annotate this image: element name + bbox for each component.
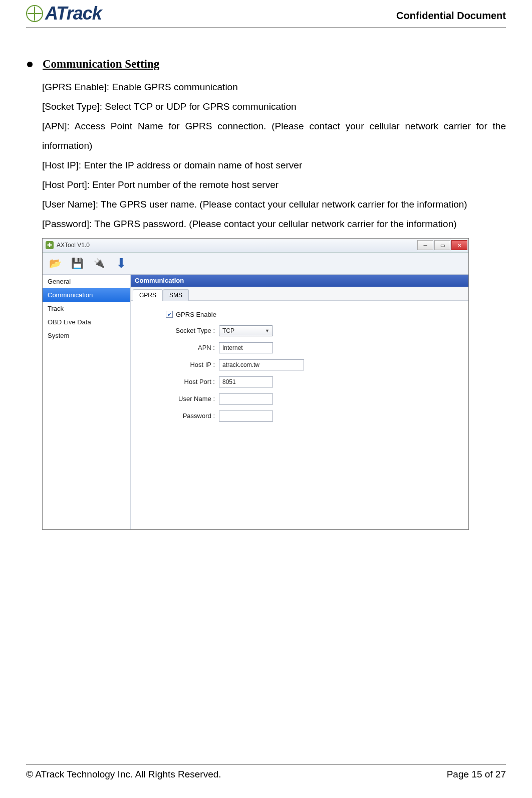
titlebar-left: ✚ AXTool V1.0	[46, 241, 90, 249]
desc-user-name: [User Name]: The GPRS user name. (Please…	[42, 195, 506, 215]
logo-text: ATrack	[45, 3, 102, 24]
section-title: Communication Setting	[43, 58, 159, 71]
desc-password: [Password]: The GPRS password. (Please c…	[42, 215, 506, 234]
open-folder-icon[interactable]: 📂	[48, 256, 63, 271]
section-heading-row: Communication Setting	[26, 58, 506, 71]
user-name-label: User Name :	[139, 395, 219, 403]
window-title: AXTool V1.0	[57, 242, 90, 249]
apn-row: APN : Internet	[139, 342, 460, 353]
subtabs: GPRS SMS	[131, 287, 468, 301]
host-port-label: Host Port :	[139, 378, 219, 385]
config-panel: Communication GPRS SMS ✔ GPRS Enable Soc…	[131, 275, 468, 529]
sidebar-item-system[interactable]: System	[43, 329, 130, 342]
page-footer: © ATrack Technology Inc. All Rights Rese…	[26, 764, 506, 780]
bullet-icon	[27, 62, 33, 67]
footer-copyright: © ATrack Technology Inc. All Rights Rese…	[26, 769, 221, 780]
main-area: General Communication Track OBD Live Dat…	[43, 275, 468, 529]
password-label: Password :	[139, 412, 219, 420]
page-header: ATrack Confidential Document	[26, 0, 506, 28]
desc-gprs-enable: [GPRS Enable]: Enable GPRS communication	[42, 78, 506, 97]
app-icon: ✚	[46, 241, 54, 249]
socket-type-label: Socket Type :	[139, 327, 219, 334]
sidebar-item-communication[interactable]: Communication	[43, 288, 130, 302]
host-port-input[interactable]: 8051	[219, 376, 273, 387]
form-area: ✔ GPRS Enable Socket Type : TCP ▼ APN : …	[131, 301, 468, 438]
tab-sms[interactable]: SMS	[163, 289, 189, 301]
desc-socket-type: [Socket Type]: Select TCP or UDP for GPR…	[42, 97, 506, 117]
host-ip-row: Host IP : atrack.com.tw	[139, 359, 460, 370]
user-name-input[interactable]	[219, 393, 273, 405]
desc-apn: [APN]: Access Point Name for GPRS connec…	[42, 117, 506, 156]
password-input[interactable]	[219, 411, 273, 422]
close-button[interactable]: ✕	[451, 240, 467, 250]
tab-gprs[interactable]: GPRS	[133, 289, 163, 301]
description-list: [GPRS Enable]: Enable GPRS communication…	[26, 78, 506, 234]
user-name-row: User Name :	[139, 393, 460, 405]
gprs-enable-label: GPRS Enable	[176, 311, 216, 318]
socket-type-dropdown[interactable]: TCP ▼	[219, 325, 273, 336]
desc-host-port: [Host Port]: Enter Port number of the re…	[42, 175, 506, 195]
panel-header: Communication	[131, 275, 468, 287]
apn-label: APN :	[139, 344, 219, 351]
sidebar-item-general[interactable]: General	[43, 275, 130, 288]
apn-input[interactable]: Internet	[219, 342, 273, 353]
logo-mark-icon	[26, 5, 43, 22]
maximize-button[interactable]: ▭	[434, 240, 450, 250]
sidebar-item-obd[interactable]: OBD Live Data	[43, 315, 130, 329]
sidebar: General Communication Track OBD Live Dat…	[43, 275, 131, 529]
socket-type-row: Socket Type : TCP ▼	[139, 325, 460, 336]
host-ip-input[interactable]: atrack.com.tw	[219, 359, 304, 370]
sidebar-item-track[interactable]: Track	[43, 302, 130, 315]
chevron-down-icon: ▼	[265, 328, 270, 333]
save-icon[interactable]: 💾	[70, 256, 85, 271]
app-window: ✚ AXTool V1.0 ─ ▭ ✕ 📂 💾 🔌 ⬇ General Comm…	[42, 238, 469, 530]
download-arrow-icon[interactable]: ⬇	[114, 256, 129, 271]
socket-type-value: TCP	[222, 327, 234, 334]
window-controls: ─ ▭ ✕	[417, 240, 468, 250]
confidential-label: Confidential Document	[396, 3, 506, 22]
password-row: Password :	[139, 411, 460, 422]
host-ip-label: Host IP :	[139, 361, 219, 368]
gprs-enable-checkbox[interactable]: ✔	[166, 311, 173, 318]
minimize-button[interactable]: ─	[417, 240, 433, 250]
titlebar: ✚ AXTool V1.0 ─ ▭ ✕	[43, 239, 468, 253]
footer-page: Page 15 of 27	[447, 769, 506, 780]
body-content: Communication Setting [GPRS Enable]: Ena…	[26, 28, 506, 530]
toolbar: 📂 💾 🔌 ⬇	[43, 253, 468, 275]
desc-host-ip: [Host IP]: Enter the IP address or domai…	[42, 156, 506, 175]
host-port-row: Host Port : 8051	[139, 376, 460, 387]
logo: ATrack	[26, 3, 102, 24]
connect-icon[interactable]: 🔌	[92, 256, 107, 271]
gprs-enable-row: ✔ GPRS Enable	[139, 311, 460, 318]
